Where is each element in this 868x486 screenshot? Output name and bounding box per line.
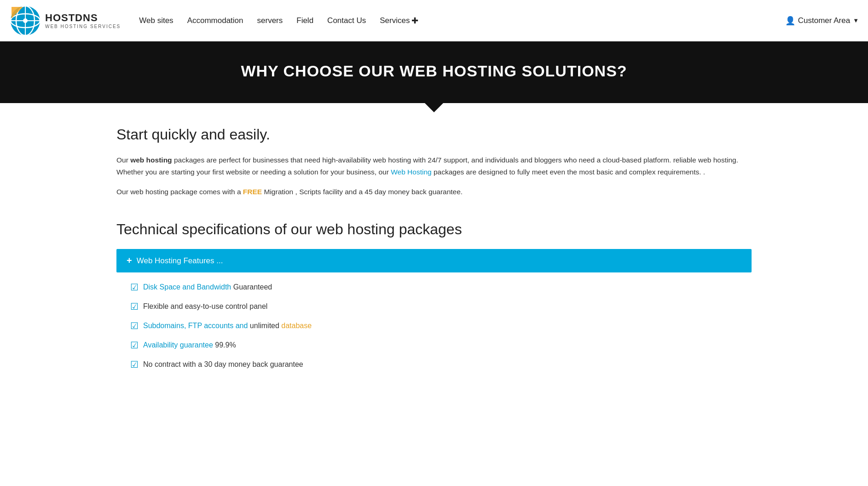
feature-item-1: ☑ Disk Space and Bandwidth Guaranteed xyxy=(130,282,738,293)
nav-accommodation[interactable]: Accommodation xyxy=(187,16,243,25)
logo-link[interactable]: HOSTDNS WEB HOSTING SERVICES xyxy=(9,5,121,37)
intro-paragraph-2: Our web hosting package comes with a FRE… xyxy=(116,186,752,198)
nav-services[interactable]: Services ✚ xyxy=(380,16,418,26)
features-plus-icon: + xyxy=(127,255,132,266)
check-icon-4: ☑ xyxy=(130,340,139,351)
logo-text: HOSTDNS WEB HOSTING SERVICES xyxy=(45,12,121,29)
hero-banner: WHY CHOOSE OUR WEB HOSTING SOLUTIONS? xyxy=(0,41,868,103)
feature-item-4: ☑ Availability guarantee 99.9% xyxy=(130,340,738,351)
specs-section: Technical specifications of our web host… xyxy=(116,221,752,383)
check-icon-2: ☑ xyxy=(130,301,139,312)
nav-servers[interactable]: servers xyxy=(257,16,283,25)
database-link[interactable]: database xyxy=(281,322,312,330)
feature-item-3: ☑ Subdomains, FTP accounts and unlimited… xyxy=(130,320,738,331)
person-icon: 👤 xyxy=(785,16,795,26)
feature-item-5: ☑ No contract with a 30 day money back g… xyxy=(130,359,738,370)
navbar: HOSTDNS WEB HOSTING SERVICES Web sites A… xyxy=(0,0,868,41)
main-content: Start quickly and easily. Our web hostin… xyxy=(103,103,765,401)
availability-link[interactable]: Availability guarantee xyxy=(143,341,213,349)
nav-links: Web sites Accommodation servers Field Co… xyxy=(139,16,785,26)
specs-title: Technical specifications of our web host… xyxy=(116,221,752,238)
subdomains-link[interactable]: Subdomains, FTP accounts and xyxy=(143,322,248,330)
hero-arrow xyxy=(424,102,444,112)
nav-websites[interactable]: Web sites xyxy=(139,16,173,25)
check-icon-3: ☑ xyxy=(130,320,139,331)
hero-title: WHY CHOOSE OUR WEB HOSTING SOLUTIONS? xyxy=(9,62,859,80)
start-title: Start quickly and easily. xyxy=(116,126,752,143)
feature-item-2: ☑ Flexible and easy-to-use control panel xyxy=(130,301,738,312)
free-badge: FREE xyxy=(243,188,262,196)
nav-field[interactable]: Field xyxy=(296,16,313,25)
customer-area-button[interactable]: 👤 Customer Area ▼ xyxy=(785,16,859,26)
features-list: ☑ Disk Space and Bandwidth Guaranteed ☑ … xyxy=(116,272,752,383)
check-icon-1: ☑ xyxy=(130,282,139,293)
logo-icon xyxy=(9,5,41,37)
features-bar[interactable]: + Web Hosting Features ... xyxy=(116,249,752,272)
intro-paragraph-1: Our web hosting packages are perfect for… xyxy=(116,154,752,179)
check-icon-5: ☑ xyxy=(130,359,139,370)
web-hosting-link[interactable]: Web Hosting xyxy=(391,168,431,176)
caret-down-icon: ▼ xyxy=(853,17,859,24)
services-plus-icon: ✚ xyxy=(411,16,418,26)
nav-contact[interactable]: Contact Us xyxy=(327,16,366,25)
disk-space-link[interactable]: Disk Space and Bandwidth xyxy=(143,283,231,291)
